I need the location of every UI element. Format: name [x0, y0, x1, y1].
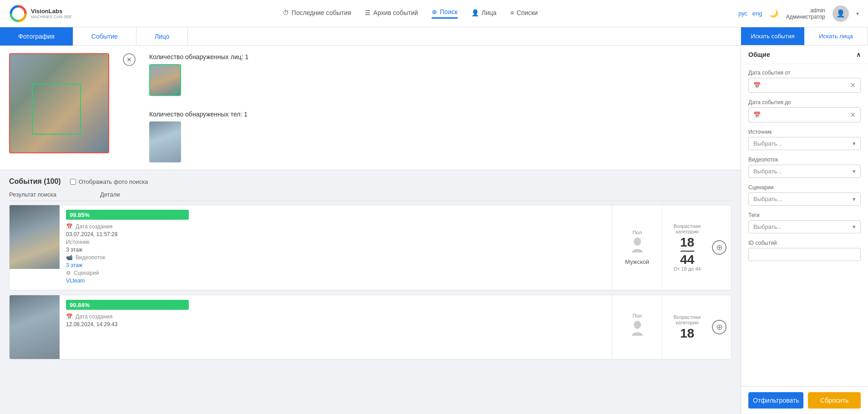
nav-item-search[interactable]: ⊕ Поиск: [432, 8, 458, 19]
show-photo-checkbox[interactable]: Отображать фото поиска: [70, 178, 148, 185]
results-columns: Результат поиска Детали: [9, 191, 732, 201]
reset-button[interactable]: Сбросить: [808, 392, 861, 409]
gender-value-1: Мужской: [625, 258, 649, 265]
source-label-1: Источник: [66, 239, 89, 245]
date-from-input[interactable]: 📅 ✕: [748, 78, 861, 93]
stream-value-row-1: 3 этаж: [66, 262, 605, 268]
nav-item-lists[interactable]: ≡ Списки: [510, 9, 538, 18]
col-label-result: Результат поиска: [9, 191, 100, 198]
date-from-clear[interactable]: ✕: [850, 81, 856, 90]
stream-label-1: Видеопоток: [76, 254, 105, 261]
scenario-value-1[interactable]: VLteam: [66, 278, 85, 284]
svg-point-1: [634, 237, 641, 246]
detected-face-thumb: [149, 64, 181, 96]
date-value-2: 12.08.2024, 14:29:43: [66, 321, 117, 328]
tab-face[interactable]: Лицо: [136, 27, 188, 45]
date-from-label: Дата события от: [748, 70, 861, 76]
scenario-select-value: Выбрать...: [753, 196, 782, 202]
user-role: Администратор: [786, 14, 825, 20]
detected-bodies-label: Количество обнаруженных тел: 1: [149, 111, 732, 118]
nav-label-recent: Последние события: [292, 9, 351, 16]
confidence-bar-2: 99.84%: [66, 300, 189, 310]
tab-event[interactable]: Событие: [73, 27, 136, 45]
stream-select[interactable]: Выбрать... ▾: [748, 165, 861, 178]
gender-icon-1: [630, 237, 645, 257]
tags-select[interactable]: Выбрать... ▾: [748, 220, 861, 233]
lang-eng[interactable]: eng: [752, 10, 762, 17]
sidebar-section-general: Общие ∧: [741, 45, 868, 64]
age-min-2: 18: [680, 327, 694, 340]
tab-search-faces[interactable]: Искать лица: [804, 27, 868, 45]
search-icon: ⊕: [432, 8, 437, 15]
sidebar-bottom-buttons: Отфильтровать Сбросить: [741, 386, 868, 414]
lang-rus[interactable]: рус: [738, 10, 747, 17]
photo-search-area: ✕ Количество обнаруженных лиц: 1 Количес…: [0, 46, 741, 170]
search-tabs: Фотография Событие Лицо: [0, 27, 741, 46]
close-button[interactable]: ✕: [123, 53, 136, 66]
add-button-2[interactable]: ⊕: [712, 320, 727, 334]
show-photo-label: Отображать фото поиска: [79, 178, 148, 185]
user-info: admin Администратор: [786, 7, 825, 20]
body-thumbnail-img: [149, 121, 181, 162]
main-nav: ⏱ Последние события ☰ Архив событий ⊕ По…: [82, 8, 738, 19]
scenario-label-1: Сценарий: [74, 270, 99, 276]
chevron-down-source: ▾: [853, 140, 856, 147]
detection-info: Количество обнаруженных лиц: 1 Количеств…: [149, 53, 732, 162]
field-event-id: ID событий: [748, 240, 861, 261]
close-wrapper: ✕: [123, 53, 136, 66]
logo-area: VisionLabs MACHINES CAN SEE: [9, 5, 82, 23]
source-value-row-1: 3 этаж: [66, 247, 605, 253]
event-id-text-input[interactable]: [753, 251, 856, 258]
filter-button[interactable]: Отфильтровать: [748, 392, 803, 409]
nav-item-archive[interactable]: ☰ Архив событий: [365, 9, 418, 18]
photo-upload-box[interactable]: [9, 53, 109, 153]
gender-label-2: Пол: [632, 313, 641, 318]
field-date-from: Дата события от 📅 ✕: [748, 70, 861, 93]
date-value-row-1: 03.07.2024, 11:57:28: [66, 231, 605, 237]
date-to-input[interactable]: 📅 ✕: [748, 107, 861, 122]
main-container: Фотография Событие Лицо ✕ Количест: [0, 27, 868, 414]
logo-sub: MACHINES CAN SEE: [31, 15, 72, 19]
event-details-2: 99.84% 📅 Дата создания 12.08.2024, 14:29…: [60, 295, 611, 359]
field-scenario: Сценарии Выбрать... ▾: [748, 184, 861, 206]
results-area: События (100) Отображать фото поиска Рез…: [0, 170, 741, 371]
col-label-details: Детали: [100, 191, 732, 198]
nav-label-faces: Лица: [482, 9, 497, 16]
chevron-down-icon[interactable]: ▾: [856, 10, 859, 17]
confidence-value-2: 99.84%: [70, 302, 90, 308]
svg-point-2: [634, 321, 641, 329]
tab-photo[interactable]: Фотография: [0, 27, 73, 45]
age-divider-1: [681, 251, 694, 252]
stream-value-1[interactable]: 3 этаж: [66, 262, 82, 268]
stream-field-label: Видеопоток: [748, 157, 861, 163]
moon-icon[interactable]: 🌙: [769, 9, 778, 18]
date-row-2: 📅 Дата создания: [66, 313, 605, 320]
date-label-1: Дата создания: [76, 223, 112, 230]
date-to-clear[interactable]: ✕: [850, 111, 856, 119]
logo-name: VisionLabs: [31, 8, 72, 15]
scenario-select[interactable]: Выбрать... ▾: [748, 192, 861, 206]
source-select[interactable]: Выбрать... ▾: [748, 137, 861, 150]
show-photo-input[interactable]: [70, 179, 76, 185]
logo-icon: [9, 5, 27, 23]
event-id-input[interactable]: [748, 248, 861, 261]
photo-placeholder: [10, 54, 108, 152]
lang-switch[interactable]: рус eng: [738, 10, 762, 17]
nav-item-faces[interactable]: 👤 Лица: [471, 9, 497, 18]
list-icon: ☰: [365, 9, 371, 16]
field-source: Источник Выбрать... ▾: [748, 129, 861, 150]
field-date-to: Дата события до 📅 ✕: [748, 99, 861, 122]
nav-item-recent[interactable]: ⏱ Последние события: [283, 9, 351, 18]
tags-select-value: Выбрать...: [753, 223, 782, 230]
event-meta-boxes-2: Пол Возрастная категория 18: [611, 295, 712, 359]
gender-box-2: Пол: [612, 295, 662, 359]
chevron-up-icon[interactable]: ∧: [856, 51, 861, 58]
calendar-icon-2: 📅: [66, 313, 73, 320]
event-card: 99.85% 📅 Дата создания 03.07.2024, 11:57…: [9, 205, 732, 290]
age-box-1: Возрастная категория 18 44 От 18 до 44: [662, 205, 712, 290]
chevron-down-scenario: ▾: [853, 196, 856, 202]
calendar-to-icon: 📅: [753, 111, 761, 118]
tab-search-events[interactable]: Искать события: [741, 27, 804, 45]
avatar[interactable]: 👤: [833, 5, 849, 22]
add-button-1[interactable]: ⊕: [712, 240, 727, 255]
